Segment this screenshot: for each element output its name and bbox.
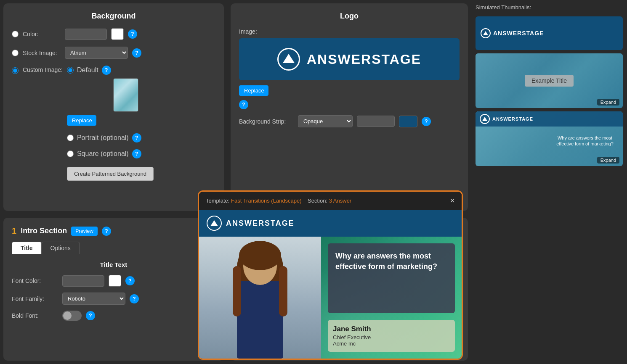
person-container	[233, 241, 287, 359]
tab-options[interactable]: Options	[42, 242, 80, 254]
square-radio[interactable]	[67, 150, 74, 157]
right-sidebar: Simulated Thumbnails: ANSWERSTAGE Exampl…	[471, 0, 627, 364]
bg-strip-help-btn[interactable]: ?	[422, 117, 431, 126]
intro-section-number: 1	[12, 226, 16, 236]
intro-font-color-help[interactable]: ?	[125, 276, 135, 285]
intro-font-color-input[interactable]: #ffffff	[62, 275, 104, 287]
modal-section-label: Section:	[308, 198, 327, 204]
square-label: Square (optional)	[77, 150, 129, 158]
bg-strip-color-swatch[interactable]	[399, 116, 417, 127]
thumb1-triangle-icon	[483, 31, 488, 35]
photo-bg	[199, 237, 321, 359]
custom-image-row: Custom Image: Default ? Replace Portrait…	[12, 66, 215, 181]
logo-circle-icon	[277, 48, 300, 71]
modal-logo-text: ANSWERSTAGE	[226, 219, 295, 228]
thumb3-question-text: Why are answers the most effective form …	[551, 135, 619, 147]
modal-right-side: Why are answers the most effective form …	[321, 237, 462, 359]
person-hair-left	[233, 266, 241, 317]
intro-font-family-row: Font Family: Roboto Arial Georgia ?	[12, 293, 215, 305]
modal-content-area: Why are answers the most effective form …	[199, 237, 462, 359]
intro-sub-title: Title Text	[12, 261, 215, 268]
create-pattern-btn[interactable]: Create Patterned Background	[67, 167, 154, 181]
thumbnail-1: ANSWERSTAGE	[476, 16, 623, 50]
modal-question-box: Why are answers the most effective form …	[328, 243, 455, 313]
portrait-radio-row: Portrait (optional) ?	[67, 133, 154, 142]
custom-replace-btn[interactable]: Replace	[67, 115, 96, 126]
modal-logo-bar: ANSWERSTAGE	[199, 210, 462, 237]
sidebar-label: Simulated Thumbnails:	[476, 4, 623, 11]
thumb3-logo-bar: ANSWERSTAGE	[476, 111, 623, 127]
thumb2-expand-btn[interactable]: Expand	[597, 99, 619, 106]
background-panel: Background Color: #ffffff ? Stock Image:…	[3, 3, 224, 211]
custom-radio[interactable]	[12, 67, 19, 74]
stock-radio[interactable]	[12, 50, 19, 56]
modal-triangle-icon	[210, 220, 218, 226]
bg-strip-select[interactable]: Opaque Transparent	[298, 115, 353, 127]
portrait-radio[interactable]	[67, 135, 74, 141]
default-help-btn[interactable]: ?	[102, 66, 111, 75]
intro-font-family-select[interactable]: Roboto Arial Georgia	[62, 293, 125, 305]
thumb1-circle-icon	[481, 28, 491, 38]
thumbnail-2: Example Title Expand	[476, 53, 623, 108]
thumb3-expand-btn[interactable]: Expand	[597, 157, 619, 164]
background-panel-title: Background	[12, 12, 215, 21]
color-radio[interactable]	[12, 31, 19, 37]
stock-help-btn[interactable]: ?	[132, 48, 141, 58]
color-swatch[interactable]	[111, 28, 124, 40]
intro-help-btn[interactable]: ?	[102, 227, 111, 236]
color-label: Color:	[23, 31, 61, 37]
bg-strip-color-input[interactable]: #104e78	[357, 116, 395, 127]
intro-bold-toggle[interactable]	[62, 311, 82, 321]
modal-template-value: Fast Transitions (Landscape)	[231, 198, 302, 204]
default-radio[interactable]	[67, 67, 74, 74]
color-input[interactable]: #ffffff	[65, 29, 107, 40]
modal-person-info: Jane Smith Chief Executive Acme Inc	[328, 320, 455, 352]
square-radio-row: Square (optional) ?	[67, 149, 154, 158]
intro-preview-btn[interactable]: Preview	[71, 227, 98, 236]
logo-help-btn[interactable]: ?	[239, 100, 248, 109]
custom-image-section: Default ? Replace Portrait (optional) ? …	[67, 66, 154, 181]
modal-section-number: 3	[329, 198, 332, 204]
thumb3-logo-text: ANSWERSTAGE	[492, 116, 533, 121]
intro-font-family-help[interactable]: ?	[130, 294, 139, 303]
toggle-knob	[63, 311, 72, 320]
logo-image-container: ANSWERSTAGE	[239, 38, 460, 80]
custom-image-thumb	[113, 78, 138, 112]
stock-image-row: Stock Image: Atrium Beach City ?	[12, 47, 215, 59]
square-help-btn[interactable]: ?	[132, 149, 141, 158]
thumb2-title-box: Example Title	[525, 75, 574, 87]
person-hair-right	[279, 266, 287, 317]
image-label: Image:	[239, 28, 257, 35]
intro-panel: 1 Intro Section Preview ? Title Options …	[3, 218, 224, 361]
intro-font-color-label: Font Color:	[12, 277, 58, 284]
logo-panel: Logo Image: ANSWERSTAGE Replace ? Backgr…	[231, 3, 468, 211]
intro-font-color-swatch[interactable]	[109, 275, 121, 287]
thumb3-circle-icon	[480, 114, 490, 124]
thumbnail-3: ANSWERSTAGE Why are answers the most eff…	[476, 111, 623, 166]
intro-tabs: Title Options	[12, 242, 215, 254]
modal-person-title: Chief Executive	[333, 334, 450, 340]
modal-header: Template: Fast Transitions (Landscape) S…	[199, 192, 462, 210]
bg-strip-row: Background Strip: Opaque Transparent #10…	[239, 115, 460, 127]
modal-person-company: Acme Inc	[333, 340, 450, 347]
logo-panel-title: Logo	[239, 12, 460, 21]
image-label-row: Image:	[239, 28, 460, 35]
portrait-label: Portrait (optional)	[77, 134, 129, 142]
modal-section-name: Answer	[333, 198, 351, 204]
portrait-help-btn[interactable]: ?	[132, 133, 141, 142]
color-help-btn[interactable]: ?	[128, 29, 137, 39]
logo-display: ANSWERSTAGE	[277, 48, 421, 71]
thumb2-inner: Example Title	[525, 75, 574, 87]
logo-text: ANSWERSTAGE	[307, 52, 421, 67]
intro-font-family-label: Font Family:	[12, 295, 58, 302]
thumb3-question: Why are answers the most effective form …	[551, 128, 619, 153]
intro-bold-label: Bold Font:	[12, 312, 58, 319]
tab-title[interactable]: Title	[12, 242, 42, 254]
default-label: Default	[77, 66, 98, 74]
stock-select[interactable]: Atrium Beach City	[65, 47, 128, 59]
color-row: Color: #ffffff ?	[12, 28, 215, 40]
logo-replace-btn[interactable]: Replace	[239, 85, 268, 96]
intro-bold-help[interactable]: ?	[86, 311, 95, 320]
modal-close-btn[interactable]: ×	[450, 196, 455, 206]
stock-label: Stock Image:	[23, 50, 61, 56]
